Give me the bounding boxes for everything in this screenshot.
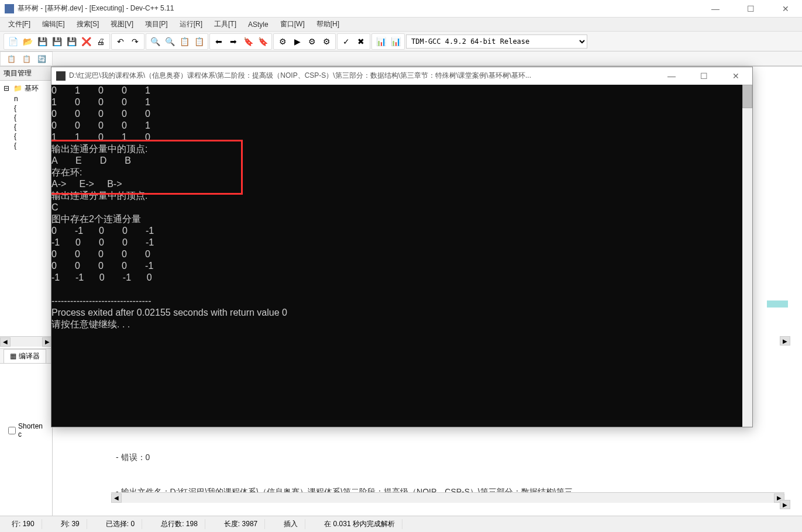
console-line: A E D B (51, 156, 131, 165)
console-line: 1 1 0 1 0 (51, 132, 150, 142)
sidebar-header[interactable]: 项目管理 (0, 67, 52, 81)
debug-group: ✓ ✖ (337, 33, 370, 50)
shorten-row-wrap: Shorten c (0, 419, 53, 442)
menu-search[interactable]: 搜索[S] (71, 18, 105, 30)
tree-item[interactable]: n (2, 94, 50, 103)
save-as-icon[interactable]: 💾 (64, 34, 78, 49)
menu-tools[interactable]: 工具[T] (208, 18, 242, 30)
search-next-icon[interactable]: 📋 (177, 34, 191, 49)
tree-root[interactable]: ⊟ 📁 基环 (2, 83, 50, 94)
redo-icon[interactable]: ↷ (128, 34, 142, 49)
tree-expand-icon[interactable]: ⊟ (2, 84, 11, 92)
status-length: 长度: 3987 (217, 519, 265, 529)
compile-log: - 错误：0 - 输出文件名：D:\红泥巴\我的课程体系\（信息奥赛）课程体系\… (111, 427, 784, 503)
goto-bookmark-icon[interactable]: 🔖 (256, 34, 270, 49)
goto-icon[interactable]: 📋 (192, 34, 206, 49)
log-scroll-right[interactable]: ▶ (780, 500, 790, 509)
console-line: 0 0 0 0 1 (51, 120, 150, 130)
tree-item[interactable]: { (2, 113, 50, 122)
shorten-row: Shorten c (0, 419, 53, 442)
tree-item[interactable]: { (2, 122, 50, 132)
goto-class-icon[interactable]: 📋 (19, 52, 33, 66)
minimize-button[interactable]: — (704, 0, 727, 18)
console-vertical-scrollbar[interactable] (742, 85, 752, 427)
project-sidebar: 项目管理 ⊟ 📁 基环 n { { { { { (0, 67, 53, 516)
console-scroll-thumb[interactable] (742, 85, 752, 108)
shorten-label: Shorten c (18, 422, 44, 438)
scroll-left-icon[interactable]: ◀ (111, 493, 122, 503)
console-close-button[interactable]: ✕ (724, 68, 748, 84)
compile-run-icon[interactable]: ⚙ (305, 34, 319, 49)
tree-child-label: { (14, 113, 16, 122)
back-icon[interactable]: ⬅ (212, 34, 226, 49)
window-title: 基环树 - [基环树.dev] - [Executing] - Dev-C++ … (18, 4, 704, 13)
delete-profile-icon[interactable]: 📊 (388, 34, 402, 49)
console-minimize-button[interactable]: — (660, 68, 683, 84)
replace-icon[interactable]: 🔍 (163, 34, 177, 49)
bookmark-icon[interactable]: 🔖 (241, 34, 255, 49)
save-icon[interactable]: 💾 (35, 34, 49, 49)
save-all-icon[interactable]: 💾 (50, 34, 64, 49)
line-value: 190 (23, 520, 35, 528)
log-scrollbar[interactable]: ◀ ▶ (111, 492, 784, 503)
profile-icon[interactable]: 📊 (374, 34, 388, 49)
search-group: 🔍 🔍 📋 📋 (146, 33, 208, 50)
scroll-right-icon[interactable]: ▶ (780, 336, 790, 346)
debug-icon[interactable]: ✓ (339, 34, 353, 49)
tree-item[interactable]: { (2, 103, 50, 113)
tree-child-label: { (14, 104, 16, 112)
tree-child-label: n (14, 95, 18, 103)
close-button[interactable]: ✕ (774, 0, 797, 18)
console-titlebar[interactable]: D:\红泥巴\我的课程体系\（信息奥赛）课程体系\第二阶段：提高级（NOIP、C… (51, 67, 752, 85)
sidebar-scroll-wrap: ◀ ▶ (0, 336, 53, 347)
print-icon[interactable]: 🖨 (94, 34, 108, 49)
compiler-output-tab[interactable]: ▦ 编译器 (4, 349, 46, 364)
menu-astyle[interactable]: AStyle (242, 19, 274, 30)
compile-icon[interactable]: ⚙ (276, 34, 290, 49)
log-line: - 错误：0 (116, 452, 780, 464)
project-tree[interactable]: ⊟ 📁 基环 n { { { { { (0, 81, 52, 153)
console-line: Process exited after 0.02155 seconds wit… (51, 308, 287, 317)
new-file-icon[interactable]: 📄 (6, 34, 20, 49)
run-icon[interactable]: ▶ (290, 34, 304, 49)
tree-item[interactable]: { (2, 132, 50, 141)
console-line: 存在环: (51, 167, 82, 177)
compiler-select[interactable]: TDM-GCC 4.9.2 64-bit Release (406, 34, 587, 49)
maximize-button[interactable]: ☐ (739, 0, 762, 18)
nav-group: ⬅ ➡ 🔖 🔖 (209, 33, 272, 50)
shorten-checkbox[interactable] (8, 427, 16, 434)
console-output: 0 1 0 0 1 1 0 0 0 1 0 0 0 0 0 0 0 0 0 1 … (51, 85, 752, 330)
scroll-right-icon[interactable]: ▶ (780, 500, 790, 509)
open-file-icon[interactable]: 📂 (20, 34, 35, 49)
console-body[interactable]: 0 1 0 0 1 1 0 0 0 1 0 0 0 0 0 0 0 0 0 1 … (51, 85, 752, 427)
menu-window[interactable]: 窗口[W] (274, 18, 311, 30)
undo-icon[interactable]: ↶ (113, 34, 128, 49)
menu-file[interactable]: 文件[F] (2, 18, 36, 30)
menu-run[interactable]: 运行[R] (174, 18, 208, 30)
menubar: 文件[F] 编辑[E] 搜索[S] 视图[V] 项目[P] 运行[R] 工具[T… (0, 18, 802, 32)
menu-project[interactable]: 项目[P] (139, 18, 174, 30)
scroll-left-icon[interactable]: ◀ (0, 337, 11, 347)
menu-help[interactable]: 帮助[H] (311, 18, 345, 30)
search-icon[interactable]: 🔍 (148, 34, 162, 49)
menu-edit[interactable]: 编辑[E] (36, 18, 71, 30)
console-maximize-button[interactable]: ☐ (692, 68, 715, 84)
forward-icon[interactable]: ➡ (226, 34, 240, 49)
refresh-icon[interactable]: 🔄 (35, 52, 49, 66)
tree-item[interactable]: { (2, 141, 50, 150)
stop-icon[interactable]: ✖ (354, 34, 368, 49)
menu-view[interactable]: 视图[V] (105, 18, 139, 30)
status-total: 总行数: 198 (154, 519, 205, 529)
console-line: A-> E-> B-> (51, 179, 122, 189)
editor-scroll-right[interactable]: ▶ (780, 336, 790, 346)
statusbar: 行: 190 列: 39 已选择: 0 总行数: 198 长度: 3987 插入… (0, 516, 802, 532)
rebuild-icon[interactable]: ⚙ (319, 34, 333, 49)
compile-group: ⚙ ▶ ⚙ ⚙ (273, 33, 336, 50)
status-parse: 在 0.031 秒内完成解析 (317, 519, 402, 529)
close-file-icon[interactable]: ❌ (79, 34, 93, 49)
main-toolbar: 📄 📂 💾 💾 💾 ❌ 🖨 ↶ ↷ 🔍 🔍 📋 📋 ⬅ ➡ 🔖 🔖 ⚙ ▶ ⚙ … (0, 32, 802, 51)
sidebar-scrollbar[interactable]: ◀ ▶ (0, 336, 53, 347)
new-class-icon[interactable]: 📋 (4, 52, 18, 66)
sel-value: 0 (130, 520, 135, 528)
console-line: 图中存在2个连通分量 (51, 214, 141, 224)
